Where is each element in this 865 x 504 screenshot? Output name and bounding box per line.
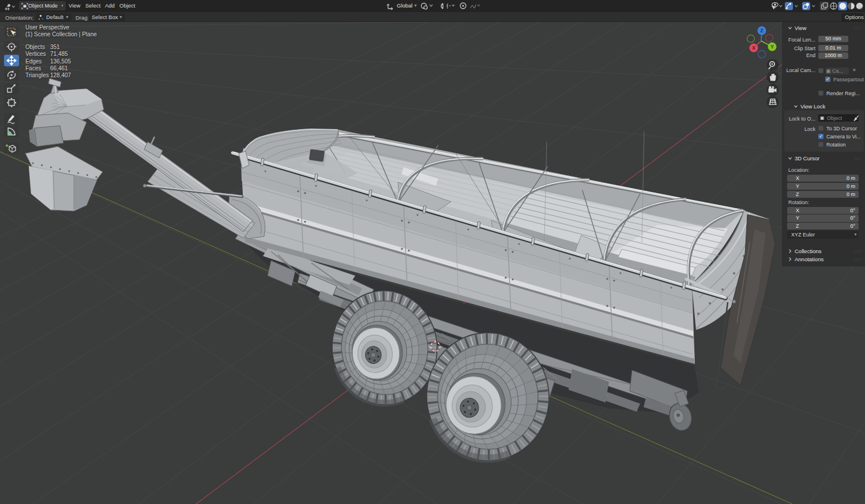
svg-text:Y: Y (770, 44, 774, 50)
svg-text:X: X (752, 45, 755, 51)
svg-text:Z: Z (760, 28, 763, 33)
